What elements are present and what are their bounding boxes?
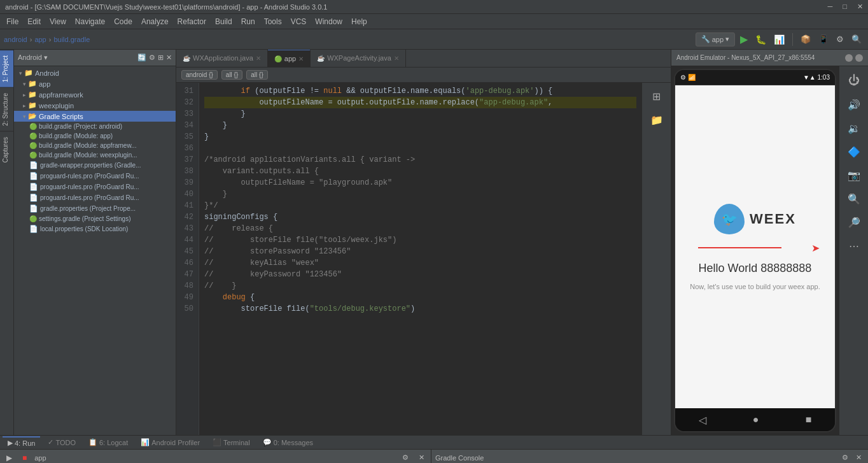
tree-proguard-3[interactable]: 📄 proguard-rules.pro (ProGuard Ru... xyxy=(14,192,176,203)
tree-build-gradle-app[interactable]: 🟢 build.gradle (Module: app) xyxy=(14,131,176,141)
tab-captures[interactable]: Captures xyxy=(0,131,13,168)
tree-proguard-2[interactable]: 📄 proguard-rules.pro (ProGuard Ru... xyxy=(14,182,176,192)
tree-appframework[interactable]: ▸ 📁 appframework xyxy=(14,89,176,100)
tab-app[interactable]: 🟢 app ✕ xyxy=(268,50,311,67)
settings-button[interactable]: ⚙ xyxy=(834,33,846,45)
tab-todo[interactable]: ✓ TODO xyxy=(43,437,81,448)
run-restart-btn[interactable]: ▶ xyxy=(4,452,15,464)
menu-view[interactable]: View xyxy=(46,16,70,27)
tree-local-properties[interactable]: 📄 local.properties (SDK Location) xyxy=(14,224,176,234)
menu-run[interactable]: Run xyxy=(237,16,259,27)
run-header: ▶ ■ app ⚙ ✕ xyxy=(0,450,431,463)
run-settings-btn[interactable]: ⚙ xyxy=(400,452,411,463)
tab-wxapplication[interactable]: ☕ WXApplication.java ✕ xyxy=(176,50,268,67)
debug-button[interactable]: 🐛 xyxy=(753,33,769,46)
code-content[interactable]: if (outputFile != null && outputFile.nam… xyxy=(199,83,641,435)
emulator-window-buttons xyxy=(845,54,863,62)
folder-icon: 📂 xyxy=(28,112,37,120)
menu-window[interactable]: Window xyxy=(311,16,346,27)
gradle-settings-btn[interactable]: ⚙ xyxy=(839,452,851,463)
menu-tools[interactable]: Tools xyxy=(260,16,286,27)
nav-recents[interactable]: ■ xyxy=(806,414,812,425)
sdk-manager-button[interactable]: 📦 xyxy=(798,33,813,45)
tree-build-gradle-project[interactable]: 🟢 build.gradle (Project: android) xyxy=(14,122,176,131)
menu-analyze[interactable]: Analyze xyxy=(137,16,172,27)
minimize-btn[interactable]: ─ xyxy=(828,3,833,11)
close-btn[interactable]: ✕ xyxy=(857,3,863,11)
menu-help[interactable]: Help xyxy=(347,16,371,27)
run-close-btn[interactable]: ✕ xyxy=(416,452,427,463)
android-btn[interactable]: android {} xyxy=(181,70,218,80)
zoom-in-icon[interactable]: 🔍 xyxy=(845,190,863,208)
volume-up-icon[interactable]: 🔊 xyxy=(845,96,863,113)
tab-close[interactable]: ✕ xyxy=(298,55,304,62)
emulator-minimize-btn[interactable] xyxy=(845,54,853,62)
app-config-dropdown[interactable]: 🔧 app ▾ xyxy=(696,32,735,46)
menu-refactor[interactable]: Refactor xyxy=(174,16,210,27)
title-text: android - [G:\SAM DOCUMENT\Vuejs Study\w… xyxy=(5,3,327,11)
nav-home[interactable]: ● xyxy=(753,414,759,425)
tree-gradle-properties[interactable]: 📄 gradle.properties (Project Prope... xyxy=(14,203,176,214)
breadcrumb-app[interactable]: app xyxy=(34,36,46,43)
tree-app[interactable]: ▾ 📁 app xyxy=(14,78,176,89)
tab-label: 6: Logcat xyxy=(99,439,128,446)
tree-android[interactable]: ▾ 📁 Android xyxy=(14,68,176,78)
avd-manager-button[interactable]: 📱 xyxy=(816,33,831,45)
code-editor[interactable]: 31323334 35363738 39404142 43444546 4748… xyxy=(176,83,641,435)
tree-settings-gradle[interactable]: 🟢 settings.gradle (Project Settings) xyxy=(14,214,176,224)
project-sync-icon[interactable]: 🔄 xyxy=(137,53,146,62)
all-btn-1[interactable]: all {} xyxy=(221,70,242,80)
tree-gradle-scripts[interactable]: ▾ 📂 Gradle Scripts xyxy=(14,111,176,122)
menu-code[interactable]: Code xyxy=(110,16,136,27)
tab-messages[interactable]: 💬 0: Messages xyxy=(258,437,318,448)
tab-terminal[interactable]: ⬛ Terminal xyxy=(207,437,255,448)
tab-wxpageactivity[interactable]: ☕ WXPageActivity.java ✕ xyxy=(311,50,406,67)
tree-build-gradle-appfw[interactable]: 🟢 build.gradle (Module: appframew... xyxy=(14,141,176,150)
tab-run[interactable]: ▶ 4: Run xyxy=(3,436,40,448)
zoom-out-icon[interactable]: 🔎 xyxy=(845,214,863,231)
tab-structure[interactable]: 2: Structure xyxy=(0,87,13,131)
tab-logcat[interactable]: 📋 6: Logcat xyxy=(83,437,133,448)
emulator-close-btn[interactable] xyxy=(855,54,863,62)
breadcrumb-android[interactable]: android xyxy=(4,36,27,43)
more-icon[interactable]: ⋯ xyxy=(846,238,862,255)
build-variants-icon[interactable]: ⊞ xyxy=(650,88,663,105)
gradle-close-btn[interactable]: ✕ xyxy=(853,452,864,463)
maximize-btn[interactable]: □ xyxy=(843,3,847,11)
tree-build-gradle-weex[interactable]: 🟢 build.gradle (Module: weexplugin... xyxy=(14,150,176,160)
menu-edit[interactable]: Edit xyxy=(24,16,45,27)
device-file-icon[interactable]: 📁 xyxy=(648,111,666,129)
nav-back[interactable]: ◁ xyxy=(699,414,706,426)
emulator-panel: Android Emulator - Nexus_5X_API_27_x86:5… xyxy=(671,50,868,435)
run-stop-btn[interactable]: ■ xyxy=(20,452,29,464)
tree-label: build.gradle (Module: appframew... xyxy=(39,142,136,149)
tab-close[interactable]: ✕ xyxy=(256,55,261,62)
search-button[interactable]: 🔍 xyxy=(849,33,864,45)
rotate-icon[interactable]: 🔷 xyxy=(845,143,863,160)
profile-button[interactable]: 📊 xyxy=(771,33,787,46)
power-icon[interactable]: ⏻ xyxy=(846,71,862,90)
arrow-indicator: ➤ xyxy=(685,242,825,254)
tab-project[interactable]: 1: Project xyxy=(0,50,13,87)
tab-close[interactable]: ✕ xyxy=(394,55,399,62)
tree-label: proguard-rules.pro (ProGuard Ru... xyxy=(40,194,139,201)
screenshot-icon[interactable]: 📷 xyxy=(845,167,863,184)
file-icon: 📄 xyxy=(29,161,38,169)
breadcrumb-file[interactable]: build.gradle xyxy=(53,36,90,43)
emulator-body: ⚙ 📶 ▼▲ 1:03 🐦 WEEX ➤ xyxy=(671,66,868,435)
menu-build[interactable]: Build xyxy=(211,16,236,27)
run-button[interactable]: ▶ xyxy=(738,32,750,46)
menu-vcs[interactable]: VCS xyxy=(287,16,311,27)
tree-gradle-wrapper[interactable]: 📄 gradle-wrapper.properties (Gradle... xyxy=(14,160,176,171)
tree-proguard-1[interactable]: 📄 proguard-rules.pro (ProGuard Ru... xyxy=(14,171,176,182)
tab-profiler[interactable]: 📊 Android Profiler xyxy=(136,437,205,448)
project-expand-icon[interactable]: ⊞ xyxy=(158,53,164,62)
volume-down-icon[interactable]: 🔉 xyxy=(845,120,863,137)
menu-file[interactable]: File xyxy=(3,16,22,27)
project-close-icon[interactable]: ✕ xyxy=(166,53,172,62)
tree-weexplugin[interactable]: ▸ 📁 weexplugin xyxy=(14,100,176,111)
tree-label: build.gradle (Module: weexplugin... xyxy=(39,152,137,159)
all-btn-2[interactable]: all {} xyxy=(246,70,267,80)
project-settings-icon[interactable]: ⚙ xyxy=(149,53,155,62)
menu-navigate[interactable]: Navigate xyxy=(71,16,109,27)
